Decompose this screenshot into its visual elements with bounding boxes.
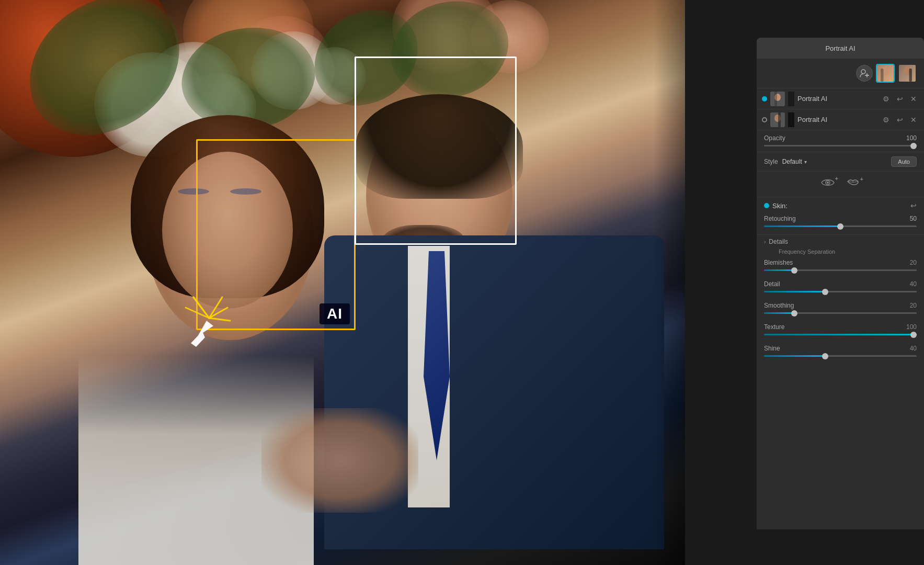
shine-control: Shine 40 — [757, 343, 924, 364]
detail-value: 40 — [910, 280, 917, 288]
retouching-value: 50 — [901, 215, 917, 222]
portrait-ai-row-1: Portrait AI ⚙ ↩ ✕ — [757, 88, 924, 109]
blemishes-slider-track[interactable] — [764, 269, 917, 271]
panel-title-text: Portrait AI — [825, 44, 855, 52]
right-panel: Portrait AI — [757, 38, 924, 529]
svg-point-6 — [861, 70, 865, 74]
close-icon-2[interactable]: ✕ — [908, 115, 919, 125]
retouching-slider-thumb[interactable] — [837, 223, 843, 230]
style-selected: Default — [782, 158, 802, 165]
retouching-slider-track[interactable] — [764, 225, 917, 227]
thumb-dark-1 — [788, 92, 794, 106]
shine-slider-track[interactable] — [764, 355, 917, 357]
blemishes-slider-thumb[interactable] — [791, 267, 797, 274]
detail-slider-track[interactable] — [764, 291, 917, 292]
style-row: Style Default ▾ Auto — [757, 152, 924, 172]
reset-icon-2[interactable]: ↩ — [895, 115, 905, 125]
inactive-dot-2 — [762, 117, 767, 122]
active-dot-1 — [762, 96, 767, 101]
opacity-label: Opacity — [764, 134, 785, 142]
reset-icon-1[interactable]: ↩ — [895, 94, 905, 104]
cursor-container — [178, 287, 241, 349]
texture-value: 100 — [906, 323, 917, 331]
details-chevron-icon: › — [764, 239, 766, 245]
auto-button[interactable]: Auto — [891, 156, 917, 167]
photo-canvas: AI — [0, 0, 685, 565]
row-label-2: Portrait AI — [797, 116, 877, 123]
opacity-slider-thumb[interactable] — [910, 143, 917, 149]
row-label-1: Portrait AI — [797, 95, 877, 103]
details-section: › Details Frequency Separation — [757, 234, 924, 257]
smoothing-slider-track[interactable] — [764, 312, 917, 314]
texture-label: Texture — [764, 323, 784, 331]
svg-marker-5 — [191, 321, 213, 347]
eye-enhance-icon[interactable]: + — [820, 177, 835, 191]
shine-value: 40 — [910, 345, 917, 352]
lips-enhance-icon[interactable]: + — [846, 177, 860, 191]
selection-box-man[interactable] — [355, 56, 517, 245]
svg-line-2 — [209, 318, 230, 321]
details-toggle[interactable]: › Details — [764, 238, 917, 245]
face-thumbnails-row — [757, 59, 924, 88]
panel-title: Portrait AI — [757, 38, 924, 59]
details-label: Details — [769, 238, 788, 245]
freq-sep-label: Frequency Separation — [771, 247, 917, 257]
texture-slider-track[interactable] — [764, 334, 917, 335]
face-thumb-1[interactable] — [876, 64, 895, 83]
retouching-control: Retouching 50 — [757, 214, 924, 234]
svg-point-18 — [827, 182, 829, 184]
detail-slider-thumb[interactable] — [822, 289, 828, 295]
skin-label: Skin: — [772, 202, 907, 210]
skin-section-header: Skin: ↩ — [757, 197, 924, 214]
detail-label: Detail — [764, 280, 780, 288]
svg-rect-14 — [774, 92, 777, 106]
skin-reset-icon[interactable]: ↩ — [910, 201, 917, 210]
svg-rect-12 — [909, 69, 912, 82]
blemishes-value: 20 — [910, 259, 917, 266]
ai-label: AI — [320, 303, 350, 324]
panel-content[interactable]: Opacity 100 Style Default ▾ Auto — [757, 130, 924, 533]
style-label: Style — [764, 158, 778, 165]
smoothing-label: Smoothing — [764, 302, 794, 309]
blemishes-control: Blemishes 20 — [757, 257, 924, 278]
svg-rect-10 — [881, 69, 883, 82]
close-icon-1[interactable]: ✕ — [908, 94, 919, 104]
opacity-value: 100 — [901, 134, 917, 142]
settings-icon-2[interactable]: ⚙ — [881, 115, 892, 125]
settings-icon-1[interactable]: ⚙ — [881, 94, 892, 104]
retouching-label: Retouching — [764, 215, 796, 222]
smoothing-value: 20 — [910, 302, 917, 309]
style-chevron-icon: ▾ — [804, 159, 807, 165]
mini-thumb-2 — [770, 112, 785, 127]
style-dropdown[interactable]: Default ▾ — [782, 158, 807, 165]
opacity-slider-track[interactable] — [764, 145, 917, 146]
tools-row: + + — [757, 172, 924, 197]
texture-slider-thumb[interactable] — [910, 332, 917, 338]
mini-thumb-1 — [770, 92, 785, 106]
photo-shadow — [654, 0, 685, 565]
svg-rect-16 — [778, 112, 781, 127]
shine-label: Shine — [764, 345, 780, 352]
add-person-button[interactable] — [856, 65, 873, 82]
portrait-ai-row-2: Portrait AI ⚙ ↩ ✕ — [757, 109, 924, 130]
skin-dot — [764, 203, 769, 208]
detail-control: Detail 40 — [757, 278, 924, 300]
smoothing-control: Smoothing 20 — [757, 300, 924, 321]
face-thumb-2[interactable] — [898, 64, 917, 83]
shine-slider-thumb[interactable] — [822, 353, 828, 359]
smoothing-slider-thumb[interactable] — [791, 310, 797, 317]
blemishes-label: Blemishes — [764, 259, 793, 266]
opacity-control: Opacity 100 — [757, 130, 924, 152]
thumb-dark-2 — [788, 112, 794, 127]
texture-control: Texture 100 — [757, 321, 924, 343]
